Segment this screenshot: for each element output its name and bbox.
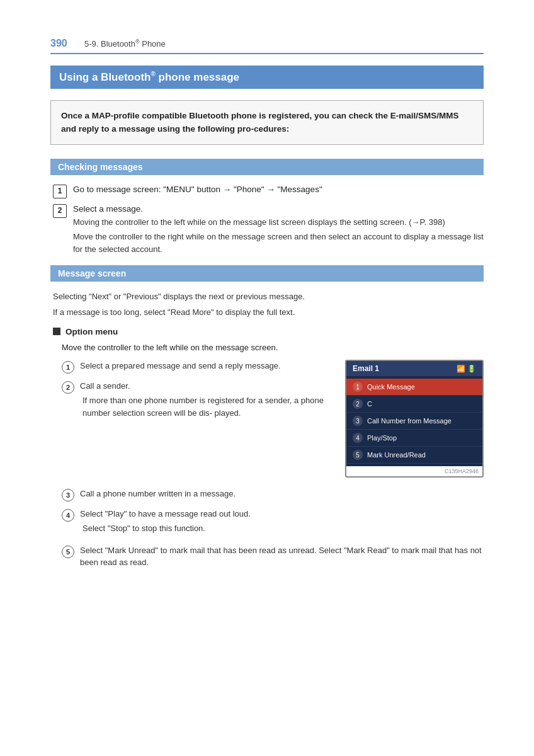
step-2-num: 2 <box>53 204 67 218</box>
circle-num-5: 5 <box>62 546 74 558</box>
screenshot-footer: C135HA2946 <box>346 466 482 476</box>
menu-item-4: 4 Play/Stop <box>346 430 482 447</box>
option-item-2: 2 Call a sender. If more than one phone … <box>62 380 334 423</box>
circle-list-top: 1 Select a prepared message and send a r… <box>62 360 334 423</box>
option-item-5-content: Select "Mark Unread" to mark mail that h… <box>80 544 484 569</box>
page-header: 390 5-9. Bluetooth® Phone <box>50 38 484 54</box>
screenshot-box: Email 1 📶 🔋 1 Quick Message 2 <box>345 360 484 478</box>
page-chapter: 5-9. Bluetooth® Phone <box>84 38 166 49</box>
option-item-1-content: Select a prepared message and send a rep… <box>80 360 334 372</box>
page-number: 390 <box>50 38 76 49</box>
circle-num-1: 1 <box>62 361 74 374</box>
screenshot-title: Email 1 <box>353 364 379 373</box>
intro-box: Once a MAP-profile compatible Bluetooth … <box>50 100 484 145</box>
signal-indicator: 📶 🔋 <box>457 365 476 373</box>
option-item-3: 3 Call a phone number written in a messa… <box>62 488 484 501</box>
circle-num-4: 4 <box>62 509 74 522</box>
option-item-3-content: Call a phone number written in a message… <box>80 488 236 500</box>
option-left: 1 Select a prepared message and send a r… <box>62 360 334 429</box>
page: 390 5-9. Bluetooth® Phone Using a Blueto… <box>0 0 534 756</box>
option-menu-intro: Move the controller to the left while on… <box>50 341 484 354</box>
section-title-bar: Using a Bluetooth® phone message <box>50 66 484 89</box>
menu-item-1: 1 Quick Message <box>346 379 482 396</box>
option-menu-heading: Option menu <box>53 327 484 336</box>
menu-item-3: 3 Call Number from Message <box>346 413 482 430</box>
message-screen-title: Message screen <box>50 265 484 282</box>
step-1-content: Go to message screen: "MENU" button → "P… <box>73 184 484 194</box>
menu-item-5: 5 Mark Unread/Read <box>346 447 482 464</box>
circle-list-bottom: 3 Call a phone number written in a messa… <box>62 488 484 569</box>
step-1: 1 Go to message screen: "MENU" button → … <box>50 184 484 198</box>
circle-num-3: 3 <box>62 489 74 501</box>
option-columns: 1 Select a prepared message and send a r… <box>62 360 484 478</box>
message-screen-section: Message screen Selecting "Next" or "Prev… <box>50 265 484 568</box>
battery-icon: 🔋 <box>467 365 476 373</box>
screenshot-container: Email 1 📶 🔋 1 Quick Message 2 <box>345 360 484 478</box>
option-item-4: 4 Select "Play" to have a message read o… <box>62 508 484 538</box>
checking-messages-steps: 1 Go to message screen: "MENU" button → … <box>50 184 484 256</box>
option-item-1: 1 Select a prepared message and send a r… <box>62 360 334 374</box>
checking-messages-title: Checking messages <box>50 159 484 175</box>
step-2-content: Select a message. Moving the controller … <box>73 203 484 256</box>
checking-messages-section: Checking messages 1 Go to message screen… <box>50 159 484 256</box>
option-item-4-content: Select "Play" to have a message read out… <box>80 508 251 538</box>
step-2: 2 Select a message. Moving the controlle… <box>50 203 484 256</box>
option-item-2-content: Call a sender. If more than one phone nu… <box>80 380 334 423</box>
square-bullet-icon <box>53 328 60 335</box>
option-item-5: 5 Select "Mark Unread" to mark mail that… <box>62 544 484 569</box>
step-1-num: 1 <box>53 185 67 198</box>
circle-num-2: 2 <box>62 381 74 394</box>
menu-item-2: 2 C <box>346 396 482 413</box>
signal-icon: 📶 <box>457 365 465 373</box>
screenshot-titlebar: Email 1 📶 🔋 <box>346 361 482 376</box>
screenshot-menu: 1 Quick Message 2 C 3 Call Number from M… <box>346 376 482 466</box>
